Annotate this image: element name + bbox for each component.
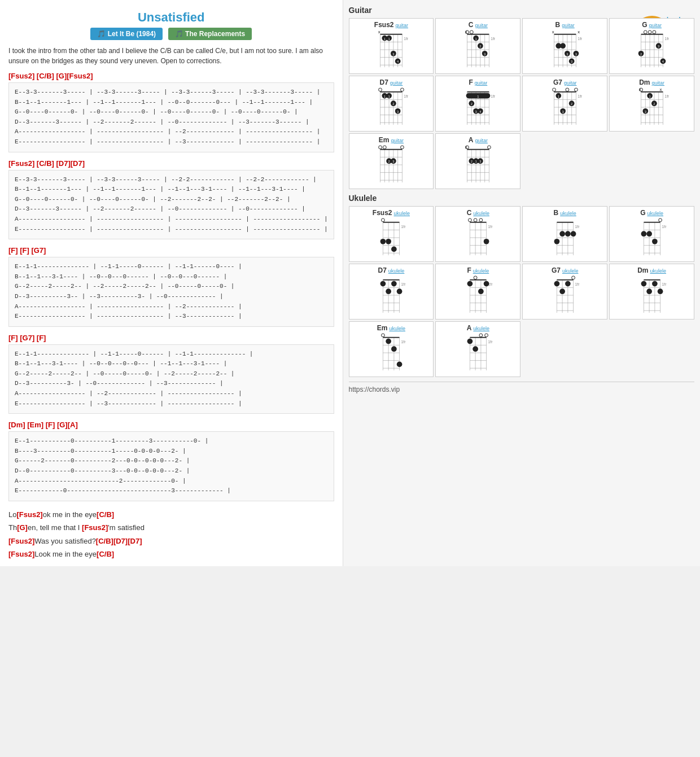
chord-card-c-ukulele[interactable]: C ukulele 1fr [435, 206, 520, 262]
chord-type[interactable]: guitar [651, 80, 664, 86]
chord-d7-1[interactable]: [D7] [113, 537, 128, 545]
svg-text:3: 3 [658, 45, 659, 48]
chord-cb-3[interactable]: [C/B] [97, 550, 114, 558]
svg-point-63 [560, 43, 566, 49]
chord-card-d7-guitar[interactable]: D7 guitar 1fr [349, 76, 434, 132]
chord-card-a-ukulele[interactable]: A ukulele 1fr [435, 321, 520, 377]
svg-point-352 [484, 334, 488, 337]
fretboard-g7-guitar: 1fr 1 2 3 [548, 87, 582, 127]
lyric-line-2: Th[G]en, tell me that I [Fsus2]'m satisf… [8, 521, 334, 534]
svg-text:1fr: 1fr [491, 37, 495, 41]
chord-card-g-ukulele[interactable]: G ukulele 1fr [609, 206, 694, 262]
chord-name: F [467, 266, 471, 274]
fretboard-d7-guitar: 1fr 1 1 2 3 [374, 87, 408, 127]
chord-type[interactable]: guitar [396, 23, 409, 28]
chord-type[interactable]: ukulele [560, 211, 576, 216]
svg-text:3: 3 [575, 52, 577, 56]
svg-point-307 [554, 281, 559, 287]
chord-type[interactable]: guitar [475, 138, 488, 143]
svg-text:2: 2 [471, 102, 473, 106]
tag-let-it-be[interactable]: 🎵 Let It Be (1984) [90, 28, 163, 40]
svg-point-238 [474, 218, 477, 222]
svg-point-188 [400, 146, 404, 149]
lyrics-section: Lo[Fsus2]ok me in the eye[C/B] Th[G]en, … [8, 508, 334, 561]
svg-point-322 [646, 288, 652, 294]
chord-type[interactable]: ukulele [394, 211, 410, 216]
svg-point-186 [379, 146, 382, 149]
svg-text:3: 3 [392, 52, 394, 56]
svg-point-254 [570, 231, 576, 237]
svg-point-226 [391, 247, 397, 252]
chord-card-dm-ukulele[interactable]: Dm ukulele 1fr [609, 264, 694, 320]
chord-card-fsus2-guitar[interactable]: Fsus2 guitar [349, 18, 434, 74]
svg-point-281 [391, 281, 397, 287]
chord-type[interactable]: ukulele [562, 268, 579, 274]
chord-type[interactable]: guitar [391, 138, 404, 143]
chord-fsus2-1[interactable]: [Fsus2] [16, 510, 42, 519]
svg-point-252 [565, 231, 571, 237]
chord-card-g7-guitar[interactable]: G7 guitar 1fr [522, 76, 607, 132]
chord-cb-1[interactable]: [C/B] [97, 510, 114, 519]
svg-text:1: 1 [388, 95, 390, 98]
svg-point-267 [652, 239, 658, 244]
chord-card-f-ukulele[interactable]: F ukulele 1fr [435, 264, 520, 320]
svg-point-295 [478, 288, 484, 294]
svg-text:2: 2 [571, 102, 572, 106]
chord-card-b-ukulele[interactable]: B ukulele 1fr [522, 206, 607, 262]
chord-type[interactable]: ukulele [473, 326, 489, 331]
chord-card-g7-ukulele[interactable]: G7 ukulele 1fr [522, 264, 607, 320]
chord-fsus2-2[interactable]: [Fsus2] [82, 523, 108, 532]
tag-the-replacements[interactable]: 🎵 The Replacements [168, 28, 252, 40]
chord-card-em-guitar[interactable]: Em guitar [349, 133, 434, 189]
tag-buttons: 🎵 Let It Be (1984) 🎵 The Replacements [8, 28, 334, 40]
svg-point-308 [559, 288, 565, 294]
fretboard-g-ukulele: 1fr [635, 218, 669, 257]
chord-card-f-guitar[interactable]: F guitar 1fr [435, 76, 520, 132]
chord-g-1[interactable]: [G] [17, 523, 28, 532]
chord-card-dm-guitar[interactable]: Dm guitar 1fr x x [609, 76, 694, 132]
watermark: https://chords.vip [349, 382, 695, 393]
chord-name: Em [379, 136, 390, 144]
chord-type[interactable]: ukulele [390, 326, 406, 331]
svg-point-83 [648, 30, 651, 34]
chord-fsus2-3[interactable]: [Fsus2] [8, 537, 34, 545]
svg-point-84 [653, 30, 656, 34]
svg-point-225 [386, 239, 391, 244]
chord-name: D7 [378, 266, 387, 274]
chord-type[interactable]: guitar [390, 80, 403, 86]
svg-point-104 [400, 88, 404, 91]
section-3: [F] [F] [G7] E--1-1-------------- | --1-… [8, 246, 334, 327]
chord-card-a-guitar[interactable]: A guitar x [435, 133, 520, 189]
chord-name: A [467, 324, 472, 332]
chord-cb-2[interactable]: [C/B] [96, 537, 113, 545]
chord-card-c-guitar[interactable]: C guitar 1fr x [435, 18, 520, 74]
fretboard-f-ukulele: 1fr [461, 275, 495, 315]
watermark-text: https://chords.vip [349, 386, 400, 393]
chord-card-fsus2-ukulele[interactable]: Fsus2 ukulele 1fr [349, 206, 434, 262]
chord-fsus2-4[interactable]: [Fsus2] [8, 550, 34, 558]
fretboard-dm-guitar: 1fr x x 1 2 3 [635, 87, 669, 127]
fretboard-em-guitar: 2 3 [374, 145, 408, 185]
chord-type[interactable]: ukulele [473, 268, 489, 274]
chord-type[interactable]: ukulele [473, 211, 489, 216]
chord-d7-2[interactable]: [D7] [128, 537, 142, 545]
chord-type[interactable]: ukulele [647, 211, 663, 216]
fretboard-a-guitar: x 2 1 3 [461, 145, 495, 185]
chord-card-g-guitar[interactable]: G guitar 1fr [609, 18, 694, 74]
chord-type[interactable]: guitar [562, 23, 575, 28]
chord-type[interactable]: guitar [564, 80, 577, 86]
svg-text:1fr: 1fr [401, 225, 406, 229]
chord-type[interactable]: guitar [649, 23, 662, 28]
chord-card-em-ukulele[interactable]: Em ukulele 1fr [349, 321, 434, 377]
chord-card-d7-ukulele[interactable]: D7 ukulele 1fr [349, 264, 434, 320]
section-4: [F] [G7] [F] E--1-1-------------- | --1-… [8, 334, 334, 414]
chord-card-b-guitar[interactable]: B guitar 1fr x x [522, 18, 607, 74]
chord-type[interactable]: guitar [475, 23, 488, 28]
svg-text:1: 1 [388, 37, 390, 41]
svg-text:3: 3 [479, 160, 481, 163]
chord-type[interactable]: ukulele [388, 268, 405, 274]
chord-line-1: [Fsus2] [C/B] [G][Fsus2] [8, 72, 334, 80]
chord-type[interactable]: ukulele [650, 268, 666, 274]
chord-type[interactable]: guitar [475, 80, 488, 86]
svg-point-253 [554, 239, 559, 244]
